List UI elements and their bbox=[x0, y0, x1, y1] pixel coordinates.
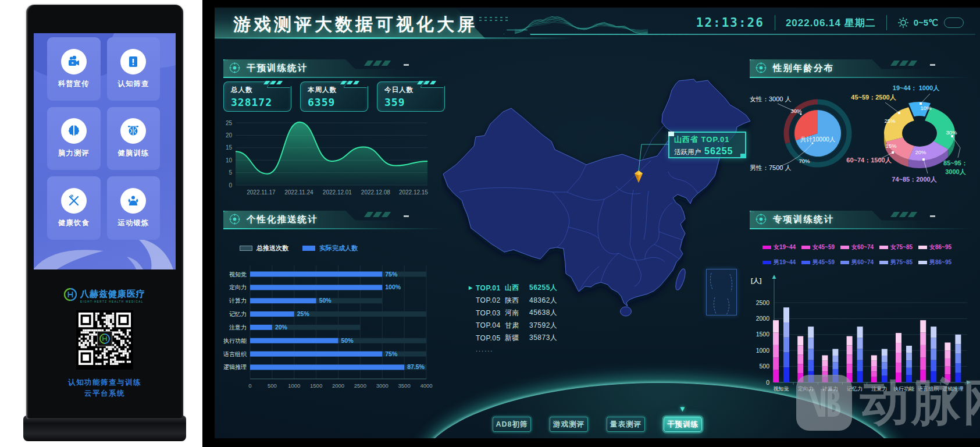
decor-mark bbox=[490, 17, 492, 18]
legend-item[interactable]: 男60~74 bbox=[840, 258, 879, 267]
watermark-logo bbox=[796, 375, 852, 431]
chart-text: 2022.12.01 bbox=[323, 189, 352, 196]
brand-name: 八赫兹健康医疗 bbox=[80, 289, 145, 300]
clock: 12:13:26 bbox=[696, 16, 764, 30]
legend-item-done[interactable]: 实际完成人数 bbox=[302, 244, 358, 253]
training-bar-segment bbox=[857, 327, 863, 338]
top-list-row-5[interactable]: TOP.05新疆35873人 bbox=[469, 332, 568, 345]
top-list-row-4[interactable]: TOP.04甘肃37592人 bbox=[469, 320, 568, 332]
panel-title: 性别年龄分布 bbox=[773, 62, 834, 74]
chart-text: 100% bbox=[385, 283, 401, 290]
chart-text: 3000 bbox=[376, 382, 389, 389]
panel-header: 专项训练统计 bbox=[750, 211, 972, 228]
panel-header-underline bbox=[750, 228, 972, 229]
legend-item[interactable]: 男19~44 bbox=[762, 258, 801, 267]
panel-minimize-dash[interactable] bbox=[930, 64, 935, 66]
stacked-bar-legend: 女19~44女45~59女60~74女75~85女86~95男19~44男45~… bbox=[762, 243, 966, 274]
stat-card-2: 本周人数6359 bbox=[300, 81, 368, 112]
donut-label: 45~59：2500人 bbox=[851, 94, 896, 101]
panel-header: 个性化推送统计 bbox=[223, 211, 446, 228]
nav-button-1[interactable]: AD8初筛 bbox=[493, 417, 531, 432]
date: 2022.06.14 星期二 bbox=[786, 16, 876, 30]
training-bar-segment bbox=[797, 345, 803, 354]
training-bar-segment bbox=[906, 346, 912, 353]
legend-swatch bbox=[762, 261, 771, 264]
gender-pie-part bbox=[800, 113, 802, 115]
chart-text: 20 bbox=[226, 132, 233, 139]
chart-text: 25% bbox=[884, 118, 896, 124]
map-tooltip: 山西省 TOP.01 活跃用户56255 bbox=[668, 132, 746, 158]
legend-item[interactable]: 男86~95 bbox=[918, 258, 957, 267]
legend-item[interactable]: 女86~95 bbox=[918, 243, 957, 251]
legend-label: 女86~95 bbox=[929, 243, 952, 251]
dashboard-screen: 游戏测评大数据可视化大屏 12:13:26 2022.06.14 星期二 0~5… bbox=[202, 0, 980, 447]
panel-intervention-training: 干预训练统计 总人数328172本周人数6359今日人数359 05101520… bbox=[223, 59, 446, 207]
legend-item[interactable]: 女45~59 bbox=[801, 243, 840, 251]
top-value: 45638人 bbox=[529, 308, 557, 318]
chart-text: 50% bbox=[319, 297, 332, 304]
decor-mark bbox=[417, 81, 423, 84]
top-province: 山西 bbox=[505, 283, 529, 293]
decor-mark bbox=[495, 17, 497, 18]
decor-mark bbox=[373, 212, 382, 217]
nav-button-4[interactable]: 干预训练▼ bbox=[664, 417, 702, 432]
panel-header: 干预训练统计 bbox=[223, 59, 446, 77]
kiosk-screen: 科普宣传认知筛查脑力测评健脑训练健康饮食运动锻炼 bbox=[34, 33, 176, 269]
panel-minimize-dash[interactable] bbox=[930, 215, 935, 217]
legend-item[interactable]: 女60~74 bbox=[840, 243, 879, 251]
donut-label: 3000人 bbox=[945, 168, 966, 176]
nav-button-2[interactable]: 游戏测评 bbox=[550, 417, 588, 432]
push-bar bbox=[250, 298, 316, 303]
kiosk-photo-area: 科普宣传认知筛查脑力测评健脑训练健康饮食运动锻炼 八赫兹健康医疗 EIGHT-H… bbox=[0, 0, 202, 447]
area-chart: 05101520252022.11.172022.11.242022.12.01… bbox=[223, 118, 446, 205]
top-rank: TOP.01 bbox=[476, 284, 505, 292]
nav-button-3[interactable]: 量表测评 bbox=[607, 417, 645, 432]
panel-minimize-dash[interactable] bbox=[404, 64, 409, 66]
kiosk-app-3[interactable]: 脑力测评 bbox=[47, 107, 101, 171]
top-list-row-2[interactable]: TOP.02陕西48362人 bbox=[469, 295, 568, 307]
top-value: 35873人 bbox=[529, 333, 557, 343]
top-list-row-3[interactable]: TOP.03河南45638人 bbox=[469, 307, 568, 320]
kiosk-app-1[interactable]: 科普宣传 bbox=[47, 37, 101, 101]
chart-text: 3500 bbox=[398, 382, 411, 389]
chart-text: 10 bbox=[226, 157, 233, 164]
chart-text: 2022.11.24 bbox=[284, 189, 313, 196]
legend-item-total[interactable]: 总推送次数 bbox=[240, 244, 288, 253]
legend-swatch bbox=[801, 246, 810, 249]
legend-item[interactable]: 男75~85 bbox=[879, 258, 918, 267]
chart-text: 30% bbox=[790, 108, 802, 114]
brand-subtitle: EIGHT-HERTZ HEALTH MEDICAL bbox=[80, 300, 145, 303]
kiosk-app-2[interactable]: 认知筛查 bbox=[107, 37, 161, 101]
donut-label: 19~44： 1000人 bbox=[893, 84, 940, 92]
legend-item[interactable]: 男45~59 bbox=[801, 258, 840, 267]
decor-mark bbox=[899, 61, 908, 66]
legend-label: 男60~74 bbox=[851, 258, 874, 267]
training-bar-segment bbox=[808, 327, 814, 338]
legend-item[interactable]: 女75~85 bbox=[879, 243, 918, 251]
panel-title: 个性化推送统计 bbox=[247, 214, 318, 226]
hbar-chart: 05001000150020002500300035004000视知觉75%定向… bbox=[223, 260, 446, 391]
decor-mark bbox=[505, 20, 508, 21]
panel-minimize-dash[interactable] bbox=[404, 215, 409, 217]
chart-text: 1000 bbox=[288, 382, 300, 389]
chart-text: 25% bbox=[297, 310, 310, 317]
age-donut-slice bbox=[925, 107, 955, 149]
training-bar-segment bbox=[920, 320, 926, 332]
training-bar-segment bbox=[896, 343, 901, 353]
legend-swatch-total bbox=[240, 246, 252, 251]
training-bar-segment bbox=[797, 336, 803, 346]
kiosk-app-5[interactable]: 健康饮食 bbox=[47, 176, 101, 240]
panel-header-underline bbox=[223, 228, 446, 229]
kiosk-app-4[interactable]: 健脑训练 bbox=[107, 107, 161, 171]
decor-mark bbox=[890, 212, 900, 217]
kiosk-app-6[interactable]: 运动锻炼 bbox=[107, 176, 161, 240]
kiosk-app-label: 认知筛查 bbox=[117, 79, 149, 89]
kiosk-app-label: 运动锻炼 bbox=[117, 218, 149, 228]
training-bar-segment bbox=[783, 307, 789, 322]
training-bar-segment bbox=[773, 370, 779, 382]
legend-item[interactable]: 女19~44 bbox=[762, 243, 801, 251]
top-list-row-1[interactable]: ▶TOP.01山西56255人 bbox=[469, 282, 568, 295]
chart-text: 2022.12.15 bbox=[399, 189, 428, 196]
top-province: 河南 bbox=[505, 308, 529, 318]
push-bar bbox=[250, 285, 382, 290]
